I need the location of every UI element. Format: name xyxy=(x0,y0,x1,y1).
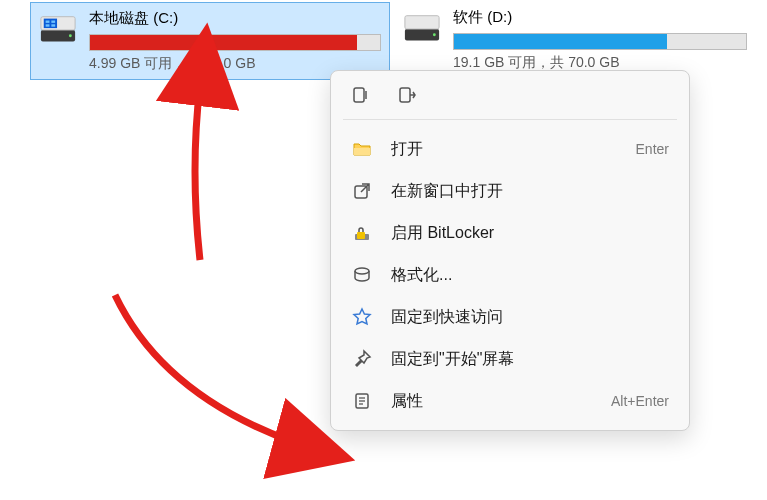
menu-item-open-label: 打开 xyxy=(391,139,636,160)
drive-c-card[interactable]: 本地磁盘 (C:) 4.99 GB 可用，共 80.0 GB xyxy=(30,2,390,80)
pin-icon xyxy=(351,348,373,370)
menu-item-pin-quick-access[interactable]: 固定到快速访问 xyxy=(335,296,685,338)
menu-item-format[interactable]: 格式化... xyxy=(335,254,685,296)
svg-rect-17 xyxy=(357,232,365,239)
menu-item-properties[interactable]: 属性 Alt+Enter xyxy=(335,380,685,422)
menu-item-open-shortcut: Enter xyxy=(636,141,669,157)
drive-c-usage-bar xyxy=(89,34,381,51)
svg-point-18 xyxy=(355,268,369,274)
menu-item-properties-shortcut: Alt+Enter xyxy=(611,393,669,409)
menu-item-open-new-window-label: 在新窗口中打开 xyxy=(391,181,669,202)
drive-c-label: 本地磁盘 (C:) xyxy=(89,9,381,28)
annotation-arrow-1 xyxy=(130,70,250,274)
context-menu-top-row xyxy=(335,79,685,115)
svg-rect-13 xyxy=(400,88,410,102)
drive-d-usage-bar xyxy=(453,33,747,50)
annotation-arrow-2 xyxy=(110,290,350,474)
svg-rect-9 xyxy=(405,16,439,29)
context-menu: 打开 Enter 在新窗口中打开 启用 BitLocker 格式化... 固定到… xyxy=(330,70,690,431)
drive-c-usage-fill xyxy=(90,35,357,50)
drive-icon-d xyxy=(403,10,441,48)
svg-rect-5 xyxy=(46,24,50,26)
svg-point-7 xyxy=(69,34,72,37)
format-icon xyxy=(351,264,373,286)
menu-item-bitlocker[interactable]: 启用 BitLocker xyxy=(335,212,685,254)
drive-icon-c xyxy=(39,11,77,49)
drive-d-card[interactable]: 软件 (D:) 19.1 GB 可用，共 70.0 GB xyxy=(395,2,755,80)
menu-item-open[interactable]: 打开 Enter xyxy=(335,128,685,170)
drive-d-body: 软件 (D:) 19.1 GB 可用，共 70.0 GB xyxy=(453,8,747,72)
svg-rect-3 xyxy=(46,21,50,23)
open-external-icon xyxy=(351,180,373,202)
menu-item-bitlocker-label: 启用 BitLocker xyxy=(391,223,669,244)
menu-item-format-label: 格式化... xyxy=(391,265,669,286)
svg-rect-14 xyxy=(354,148,370,155)
svg-rect-6 xyxy=(51,24,55,26)
drive-d-label: 软件 (D:) xyxy=(453,8,747,27)
menu-divider xyxy=(343,119,677,120)
menu-item-pin-start-label: 固定到"开始"屏幕 xyxy=(391,349,669,370)
lock-icon xyxy=(351,222,373,244)
menu-item-pin-start[interactable]: 固定到"开始"屏幕 xyxy=(335,338,685,380)
menu-item-open-new-window[interactable]: 在新窗口中打开 xyxy=(335,170,685,212)
svg-rect-4 xyxy=(51,21,55,23)
menu-item-properties-label: 属性 xyxy=(391,391,611,412)
star-icon xyxy=(351,306,373,328)
rename-icon[interactable] xyxy=(349,83,373,107)
svg-rect-11 xyxy=(354,88,364,102)
properties-icon xyxy=(351,390,373,412)
folder-icon xyxy=(351,138,373,160)
drive-d-usage-fill xyxy=(454,34,667,49)
drive-c-body: 本地磁盘 (C:) 4.99 GB 可用，共 80.0 GB xyxy=(89,9,381,73)
svg-point-10 xyxy=(433,33,436,36)
menu-item-pin-quick-access-label: 固定到快速访问 xyxy=(391,307,669,328)
svg-rect-2 xyxy=(44,19,57,29)
share-icon[interactable] xyxy=(395,83,419,107)
